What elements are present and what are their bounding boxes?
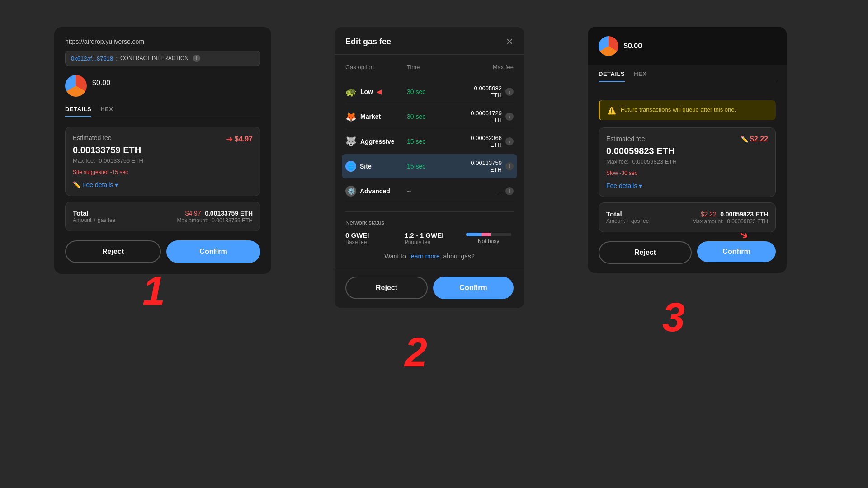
modal-title: Edit gas fee xyxy=(345,37,391,47)
panel-address: 0x612af...87618 : CONTRACT INTERACTION i xyxy=(65,51,260,66)
tab-hex-1[interactable]: HEX xyxy=(100,106,113,117)
aggressive-time: 15 sec xyxy=(407,138,452,145)
site-info-icon[interactable]: i xyxy=(505,162,514,170)
learn-more-suffix: about gas? xyxy=(443,253,475,260)
token-amount: $0.00 xyxy=(92,79,110,87)
total-card-3: Total Amount + gas fee $2.22 0.00059823 … xyxy=(599,202,776,232)
network-status: Network status 0 GWEI Base fee 1.2 - 1 G… xyxy=(345,211,514,245)
not-busy-label: Not busy xyxy=(478,238,499,244)
arrow-low: ◀ xyxy=(377,88,382,95)
step-label-3: 3 xyxy=(662,294,685,341)
arrow-red-1: ➜ xyxy=(226,134,233,144)
gas-option-market[interactable]: 🦊 Market 30 sec 0.00061729ETH i xyxy=(345,104,514,129)
learn-more-text: Want to xyxy=(384,253,406,260)
warning-banner: ⚠️ Future transactions will queue after … xyxy=(599,100,776,120)
market-emoji: 🦊 xyxy=(345,111,357,122)
total-label-3: Total xyxy=(606,210,649,218)
advanced-time: -- xyxy=(407,188,452,195)
site-suggested-label: Site suggested -15 sec xyxy=(73,169,128,175)
panel-url: https://airdrop.yuliverse.com xyxy=(65,38,260,45)
total-usd-1: $4.97 xyxy=(185,210,201,217)
priority-fee-val: 1.2 - 1 GWEI xyxy=(405,231,455,239)
warning-text: Future transactions will queue after thi… xyxy=(621,106,736,114)
tab-details-3[interactable]: DETAILS xyxy=(599,70,625,82)
total-max-1: Max amount: 0.00133759 ETH xyxy=(177,217,253,224)
low-label: Low xyxy=(360,88,373,95)
base-fee-stat: 0 GWEI Base fee xyxy=(345,231,396,245)
address-info-icon[interactable]: i xyxy=(193,55,200,62)
gas-option-advanced[interactable]: ⚙️ Advanced -- -- i xyxy=(345,180,514,202)
priority-fee-stat: 1.2 - 1 GWEI Priority fee xyxy=(405,231,455,245)
slow-label: Slow -30 sec xyxy=(606,170,637,176)
base-fee-label: Base fee xyxy=(345,239,396,245)
chevron-down-icon-3: ▾ xyxy=(639,182,642,189)
confirm-button-2[interactable]: Confirm xyxy=(433,277,514,299)
market-label: Market xyxy=(360,113,381,120)
priority-fee-label: Priority fee xyxy=(405,239,455,245)
busy-bar-track xyxy=(466,233,511,236)
fee-eth-3: 0.00059823 ETH xyxy=(606,146,768,156)
panel-1: https://airdrop.yuliverse.com 0x612af...… xyxy=(54,27,271,274)
aggressive-info-icon[interactable]: i xyxy=(505,137,514,145)
total-card-1: Total Amount + gas fee $4.97 0.00133759 … xyxy=(65,202,260,231)
modal-header: Edit gas fee ✕ xyxy=(335,27,524,55)
edit-pencil-1: ✏️ xyxy=(73,181,80,188)
learn-more-link[interactable]: learn more xyxy=(410,253,440,260)
low-emoji: 🐢 xyxy=(345,86,357,97)
advanced-label: Advanced xyxy=(360,188,390,195)
site-fee: 0.00133759ETH xyxy=(471,160,502,173)
col-max-fee: Max fee xyxy=(452,64,514,70)
busy-bar-blue xyxy=(466,233,482,236)
advanced-fee: -- xyxy=(498,188,502,195)
panel3-header: $0.00 xyxy=(588,27,787,65)
site-globe-icon: 🌐 xyxy=(345,161,356,172)
market-time: 30 sec xyxy=(407,113,452,120)
col-gas-option: Gas option xyxy=(345,64,407,70)
total-max-3: Max amount: 0.00059823 ETH xyxy=(693,218,768,225)
confirm-button-1[interactable]: Confirm xyxy=(166,240,260,263)
reject-button-3[interactable]: Reject xyxy=(599,241,692,264)
fee-usd-1: $4.97 xyxy=(235,135,253,143)
address-text: 0x612af...87618 xyxy=(71,55,113,62)
reject-button-1[interactable]: Reject xyxy=(65,240,161,263)
reject-button-2[interactable]: Reject xyxy=(345,277,428,299)
fee-max-1: Max fee: 0.00133759 ETH xyxy=(73,157,253,164)
step-label-2: 2 xyxy=(405,329,427,376)
col-time: Time xyxy=(407,64,452,70)
gas-option-aggressive[interactable]: 🐺 Aggressive 15 sec 0.00062366ETH i xyxy=(345,129,514,154)
advanced-info-icon[interactable]: i xyxy=(505,187,514,195)
advanced-gear-icon: ⚙️ xyxy=(345,186,356,197)
fee-details-link-3[interactable]: Fee details ▾ xyxy=(606,182,768,189)
busy-bar-pink xyxy=(482,233,491,236)
low-fee: 0.0005982ETH xyxy=(474,85,502,99)
fee-usd-3: $2.22 xyxy=(750,135,768,143)
edit-pencil-3: ✏️ xyxy=(741,136,748,143)
low-info-icon[interactable]: i xyxy=(505,88,514,96)
p3-logo xyxy=(599,36,618,56)
fee-details-link-1[interactable]: ✏️ Fee details ▾ xyxy=(73,181,253,188)
low-time: 30 sec xyxy=(407,88,452,95)
address-separator: : xyxy=(116,55,118,62)
gas-option-low[interactable]: 🐢 Low ◀ 30 sec 0.0005982ETH i xyxy=(345,80,514,104)
base-fee-val: 0 GWEI xyxy=(345,231,396,239)
total-eth-1: 0.00133759 ETH xyxy=(205,210,253,217)
confirm-button-3[interactable]: Confirm xyxy=(697,241,776,262)
market-info-icon[interactable]: i xyxy=(505,113,514,121)
total-eth-3: 0.00059823 ETH xyxy=(720,211,768,218)
tab-details-1[interactable]: DETAILS xyxy=(65,106,91,117)
tab-hex-3[interactable]: HEX xyxy=(634,70,646,82)
button-row-1: Reject Confirm xyxy=(65,240,260,263)
tabs-panel1: DETAILS HEX xyxy=(65,106,260,117)
panel-2-modal: Edit gas fee ✕ Gas option Time Max fee 🐢… xyxy=(335,27,524,308)
site-time: 15 sec xyxy=(407,163,452,170)
market-fee: 0.00061729ETH xyxy=(471,110,502,123)
fee-eth-1: 0.00133759 ETH xyxy=(73,145,253,155)
p3-amount: $0.00 xyxy=(624,42,642,50)
gas-option-site[interactable]: 🌐 Site 15 sec 0.00133759ETH i xyxy=(342,154,517,178)
chevron-down-icon-1: ▾ xyxy=(115,181,118,188)
close-button[interactable]: ✕ xyxy=(506,36,514,47)
aggressive-emoji: 🐺 xyxy=(345,136,357,147)
learn-more-row: Want to learn more about gas? xyxy=(345,253,514,260)
fee-max-3: Max fee: 0.00059823 ETH xyxy=(606,158,768,165)
network-status-title: Network status xyxy=(345,219,514,226)
